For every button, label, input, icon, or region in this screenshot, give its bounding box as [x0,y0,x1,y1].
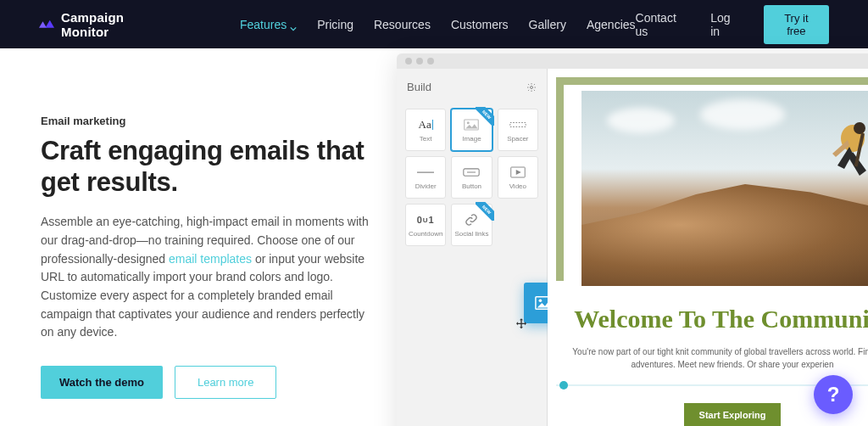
block-countdown[interactable]: 0U1 Countdown [405,204,446,246]
brand-name: Campaign Monitor [61,10,167,39]
countdown-icon: 0U1 [417,212,435,227]
hero-body: Assemble an eye-catching, high-impact em… [41,213,376,342]
svg-point-11 [854,122,865,134]
canvas-hero-image [581,91,868,286]
hero-headline: Craft engaging emails that get results. [41,136,376,198]
nav-link-pricing[interactable]: Pricing [317,18,353,31]
nav-link-resources[interactable]: Resources [374,18,431,31]
hero-cta-row: Watch the demo Learn more [41,366,376,399]
block-image[interactable]: Image [451,109,492,151]
block-divider[interactable]: Divider [405,156,446,199]
move-cursor-icon [515,317,528,331]
new-ribbon [476,202,494,221]
window-traffic-lights [397,53,868,69]
block-label: Social links [454,230,488,238]
block-label: Video [509,182,526,190]
climber-icon [819,116,868,201]
hero-preview: Build Aa Text Image [397,53,868,399]
block-label: Divider [415,182,437,190]
build-panel-title: Build [407,81,431,93]
block-label: Countdown [409,230,442,238]
svg-point-2 [467,121,470,124]
block-spacer[interactable]: Spacer [498,109,538,151]
block-label: Button [462,182,481,190]
text-icon: Aa [419,117,433,132]
hero-copy: Email marketing Craft engaging emails th… [41,48,397,399]
button-icon [463,165,480,180]
spacer-icon [509,117,526,132]
nav-right: Contact us Log in Try it free [636,5,829,44]
block-button[interactable]: Button [451,156,492,199]
svg-rect-3 [510,123,526,127]
hero-eyebrow: Email marketing [41,115,376,127]
canvas-body: You're now part of our tight knit commun… [563,345,868,371]
traffic-dot-icon [405,58,412,64]
slider-handle[interactable] [559,381,568,390]
learn-more-button[interactable]: Learn more [175,366,276,399]
nav-link-customers[interactable]: Customers [451,18,509,31]
brand[interactable]: Campaign Monitor [39,10,167,39]
divider-icon [417,165,434,180]
block-text[interactable]: Aa Text [405,109,446,151]
block-grid: Aa Text Image Spacer [405,109,538,246]
traffic-dot-icon [427,58,434,64]
nav-link-label: Features [240,18,287,31]
email-canvas[interactable]: Welcome To The Community You're now part… [548,69,868,426]
builder-window: Build Aa Text Image [397,53,868,426]
gear-icon[interactable] [526,82,537,92]
block-label: Text [420,135,432,143]
svg-point-0 [531,86,533,88]
start-exploring-button[interactable]: Start Exploring [684,403,782,426]
nav-links: Features Pricing Resources Customers Gal… [240,18,636,31]
video-icon [510,165,526,180]
help-fab-button[interactable]: ? [814,375,853,414]
chevron-down-icon [290,21,297,28]
nav-link-gallery[interactable]: Gallery [529,18,566,31]
email-templates-link[interactable]: email templates [169,252,252,266]
build-panel: Build Aa Text Image [397,69,548,426]
svg-point-9 [539,299,542,302]
watch-demo-button[interactable]: Watch the demo [41,366,163,399]
new-ribbon [476,107,494,126]
build-panel-header: Build [405,81,538,93]
brand-logo-icon [39,19,54,31]
try-free-button[interactable]: Try it free [764,5,829,44]
nav-link-login[interactable]: Log in [710,11,740,38]
block-label: Spacer [507,135,528,143]
block-video[interactable]: Video [498,156,538,199]
hero-section: Email marketing Craft engaging emails th… [0,48,868,399]
block-label: Image [462,135,481,143]
nav-link-features[interactable]: Features [240,18,297,31]
top-navbar: Campaign Monitor Features Pricing Resour… [0,0,868,48]
nav-link-agencies[interactable]: Agencies [587,18,636,31]
block-social-links[interactable]: Social links [451,204,492,246]
traffic-dot-icon [416,58,423,64]
nav-link-contact[interactable]: Contact us [636,11,687,38]
canvas-headline: Welcome To The Community [563,305,868,334]
